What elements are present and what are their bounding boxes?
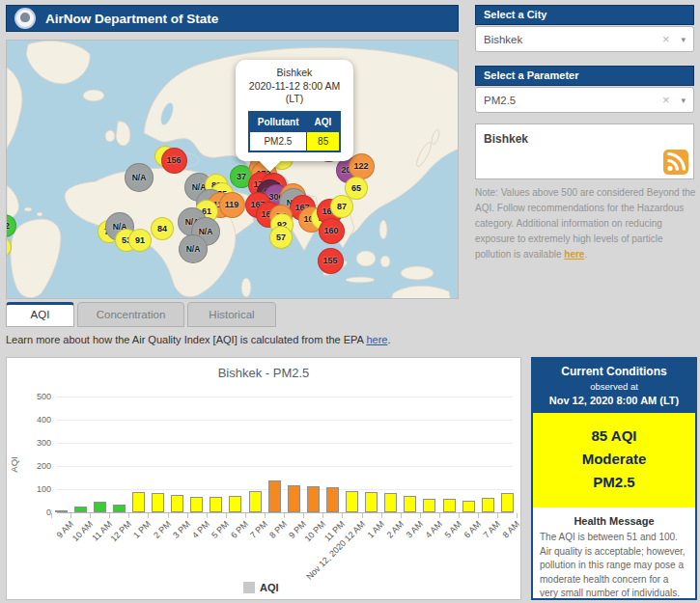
aqi-bar[interactable]	[132, 492, 145, 512]
aqi-bar[interactable]	[171, 495, 183, 512]
tab-aqi[interactable]: AQI	[6, 302, 74, 327]
rss-icon[interactable]	[663, 150, 688, 175]
parameter-select-value: PM2.5	[484, 95, 662, 106]
aqi-marker[interactable]: 156	[161, 148, 187, 174]
health-message-text: The AQI is between 51 and 100. Air quali…	[533, 531, 695, 600]
clear-icon[interactable]: ×	[662, 32, 670, 46]
aqi-bar[interactable]	[113, 505, 126, 512]
popup-city: Bishkek	[240, 67, 349, 80]
tab-bar: AQI Concentration Historical	[6, 302, 276, 327]
tab-concentration[interactable]: Concentration	[77, 302, 184, 327]
x-tick-label: 6 PM	[229, 519, 250, 540]
health-message-title: Health Message	[533, 515, 695, 527]
x-tick-label: 1 AM	[365, 519, 386, 540]
aqi-bar[interactable]	[326, 487, 339, 512]
chevron-down-icon[interactable]: ▾	[681, 35, 686, 44]
x-tick-label: 12 PM	[109, 519, 133, 543]
y-tick-label: 0	[24, 507, 51, 517]
select-parameter-header: Select a Parameter	[475, 66, 694, 86]
city-select[interactable]: Bishkek × ▾	[475, 26, 694, 52]
aqi-bar[interactable]	[423, 499, 435, 512]
aqi-bar[interactable]	[501, 493, 514, 512]
chart-legend[interactable]: AQI	[243, 582, 279, 593]
map-popup: Bishkek 2020-11-12 8:00 AM (LT) Pollutan…	[236, 60, 353, 161]
conditions-title: Current Conditions	[537, 365, 691, 378]
learn-more-here-link[interactable]: here	[366, 334, 387, 345]
aqi-marker[interactable]: 155	[318, 248, 344, 274]
feed-city-label: Bishkek	[484, 132, 528, 146]
popup-aqi-table: Pollutant AQI PM2.5 85	[248, 111, 342, 152]
aqi-marker[interactable]: N/A	[125, 163, 154, 192]
aqi-bar[interactable]	[268, 480, 281, 512]
conditions-observed-at: observed at	[537, 381, 691, 392]
aqi-bar[interactable]	[288, 485, 300, 512]
conditions-pollutant: PM2.5	[537, 471, 691, 494]
aqi-marker[interactable]: 65	[345, 177, 368, 200]
y-tick-label: 400	[24, 415, 51, 425]
aqi-bar[interactable]	[384, 493, 397, 512]
conditions-datetime: Nov 12, 2020 8:00 AM (LT)	[537, 395, 691, 406]
x-tick-label: 4 PM	[190, 519, 211, 540]
aqi-bar[interactable]	[229, 496, 241, 512]
y-tick-label: 200	[24, 461, 51, 471]
aqi-bar[interactable]	[55, 510, 68, 512]
note-here-link[interactable]: here	[564, 249, 584, 260]
popup-pollutant-header: Pollutant	[249, 112, 307, 132]
aqi-bar[interactable]	[210, 497, 222, 512]
learn-more-line: Learn more about how the Air Quality Ind…	[6, 334, 390, 345]
y-tick-label: 300	[24, 438, 51, 448]
city-select-value: Bishkek	[484, 34, 662, 45]
x-tick-label: 8 AM	[501, 519, 522, 540]
x-tick-label: 5 PM	[210, 519, 231, 540]
aqi-bar[interactable]	[443, 499, 456, 512]
aqi-bar[interactable]	[94, 502, 106, 512]
chart-plot-area: 01002003004005009 AM10 AM11 AM12 PM1 PM2…	[7, 358, 520, 599]
city-feed-box: Bishkek	[475, 123, 694, 179]
x-tick-label: 6 AM	[462, 519, 484, 540]
popup-aqi-header: AQI	[307, 112, 341, 132]
aqi-bar[interactable]	[152, 493, 164, 512]
aqi-marker[interactable]: N/A	[179, 234, 208, 263]
aqi-marker[interactable]: 119	[219, 192, 245, 218]
popup-aqi-value: 85	[307, 131, 341, 151]
aqi-marker[interactable]: 160	[319, 218, 345, 244]
world-aqi-map[interactable]: 3274N/A539184N/A156N/A8955N/A11411961N/A…	[6, 40, 459, 299]
aqi-marker[interactable]: 122	[349, 153, 375, 179]
x-tick-label: 10 AM	[70, 519, 95, 543]
x-tick-label: 3 PM	[171, 519, 192, 540]
parameter-select[interactable]: PM2.5 × ▾	[475, 87, 694, 113]
y-tick-label: 100	[24, 484, 51, 494]
x-tick-label: 2 AM	[384, 519, 406, 540]
x-tick-label: 2 PM	[152, 519, 173, 540]
x-tick-label: 7 AM	[482, 519, 503, 540]
chart-x-axis	[57, 512, 514, 513]
legend-label: AQI	[260, 582, 279, 593]
popup-pollutant-value: PM2.5	[249, 131, 307, 151]
tab-historical[interactable]: Historical	[187, 302, 276, 327]
aqi-bar[interactable]	[190, 497, 203, 512]
aqi-bar[interactable]	[365, 492, 378, 512]
aqi-bar[interactable]	[482, 498, 494, 512]
aqi-bar[interactable]	[346, 491, 358, 512]
aqi-marker[interactable]: 91	[128, 229, 152, 252]
x-tick-label: 4 AM	[423, 519, 444, 540]
chevron-down-icon[interactable]: ▾	[681, 96, 686, 105]
aqi-bar[interactable]	[249, 491, 262, 512]
aqi-bar[interactable]	[74, 507, 87, 512]
x-tick-label: 1 PM	[132, 519, 154, 540]
note-suffix: .	[584, 249, 587, 260]
learn-more-suffix: .	[387, 334, 390, 345]
aqi-bar[interactable]	[462, 501, 475, 512]
aqi-marker[interactable]: 84	[151, 217, 174, 240]
current-conditions-panel: Current Conditions observed at Nov 12, 2…	[531, 357, 697, 600]
x-tick-label: 10 PM	[303, 519, 327, 543]
x-tick-label: 8 PM	[267, 519, 289, 540]
aqi-note: Note: Values above 500 are considered Be…	[475, 185, 696, 262]
x-tick-label: 7 PM	[248, 519, 269, 540]
clear-icon[interactable]: ×	[662, 93, 670, 107]
aqi-bar[interactable]	[307, 486, 320, 512]
legend-swatch-icon	[243, 582, 255, 593]
conditions-aqi-value: 85 AQI	[537, 425, 691, 448]
aqi-bar[interactable]	[404, 496, 416, 512]
aqi-marker[interactable]: 57	[269, 226, 293, 249]
